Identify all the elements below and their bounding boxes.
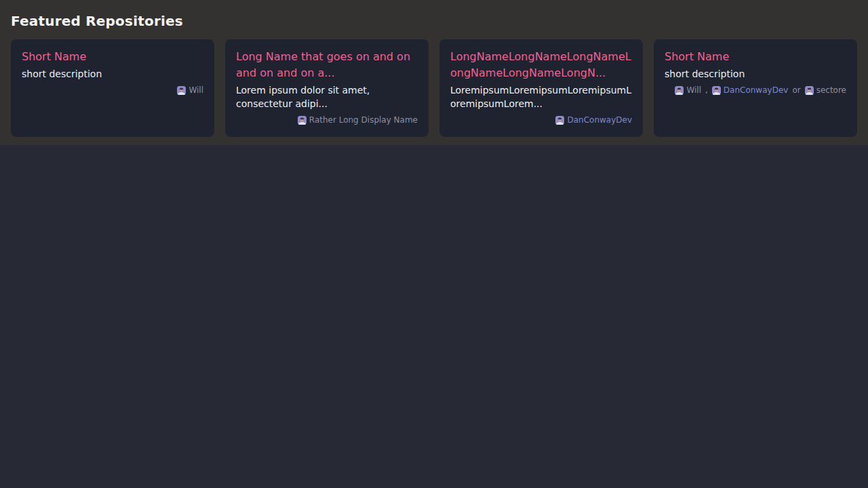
repo-card[interactable]: LongNameLongNameLongNameLongNameLongName… (439, 39, 643, 137)
user-avatar-icon (298, 116, 307, 125)
repo-title[interactable]: Short Name (665, 49, 846, 65)
user-avatar-icon (712, 86, 721, 95)
repo-cards-row: Short Name short description Will Long N… (11, 39, 857, 137)
repo-title[interactable]: Long Name that goes on and on and on and… (236, 49, 418, 81)
author-separator: , (705, 85, 708, 96)
user-avatar-icon (805, 86, 814, 95)
author-link[interactable]: Rather Long Display Name (298, 115, 418, 125)
repo-description: Lorem ipsum dolor sit amet, consectetur … (236, 83, 418, 110)
repo-description: short description (22, 67, 203, 81)
author-link[interactable]: DanConwayDev (555, 115, 632, 125)
repo-card[interactable]: Long Name that goes on and on and on and… (225, 39, 429, 137)
author-name: DanConwayDev (567, 115, 632, 125)
authors-row: Will (22, 85, 203, 96)
authors-row: Will , DanConwayDev or (665, 85, 846, 96)
author-link[interactable]: Will (177, 85, 203, 96)
author-link[interactable]: DanConwayDev (712, 85, 789, 96)
author-name: DanConwayDev (724, 85, 789, 96)
page-title: Featured Repositories (11, 12, 857, 30)
featured-repositories-section: Featured Repositories Short Name short d… (0, 0, 868, 145)
repo-title[interactable]: LongNameLongNameLongNameLongNameLongName… (450, 49, 632, 81)
repo-description: short description (665, 67, 846, 81)
author-link[interactable]: Will (675, 85, 701, 96)
repo-card[interactable]: Short Name short description Will (11, 39, 214, 137)
user-avatar-icon (675, 86, 684, 95)
user-avatar-icon (555, 116, 564, 125)
author-link[interactable]: sectore (805, 85, 846, 96)
user-avatar-icon (177, 86, 186, 95)
repo-description: LoremipsumLoremipsumLoremipsumLoremipsum… (450, 83, 632, 110)
repo-card[interactable]: Short Name short description Will , (654, 39, 857, 137)
author-name: Will (686, 85, 701, 96)
authors-row: DanConwayDev (450, 115, 632, 125)
authors-row: Rather Long Display Name (236, 115, 418, 125)
author-separator: or (792, 85, 800, 96)
author-name: Will (189, 85, 203, 96)
author-name: Rather Long Display Name (309, 115, 418, 125)
author-name: sectore (816, 85, 846, 96)
repo-title[interactable]: Short Name (22, 49, 203, 65)
